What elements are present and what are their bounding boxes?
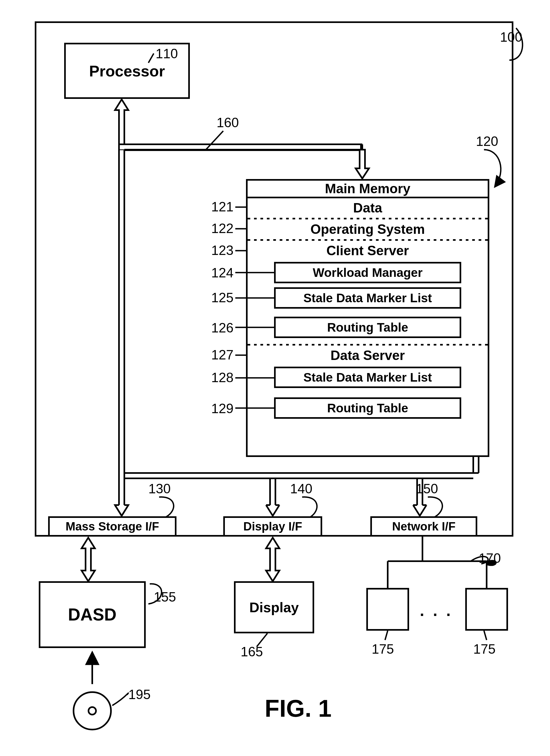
data-server-label: Data Server [331,348,405,363]
display-block: Display [234,581,314,633]
dasd-label: DASD [68,605,116,625]
ref-170: 170 [479,550,501,566]
stale-list-2-label: Stale Data Marker List [304,370,432,385]
ref-130: 130 [148,481,170,497]
client-server-header: Client Server [247,241,488,260]
stale-list-1-block: Stale Data Marker List [274,287,461,309]
node-a-block [366,588,409,631]
ref-140: 140 [290,481,312,497]
display-if-block: Display I/F [223,516,322,537]
ref-150: 150 [416,481,438,497]
routing-table-1-block: Routing Table [274,317,461,338]
stale-list-1-label: Stale Data Marker List [304,291,432,305]
client-server-label: Client Server [327,243,409,258]
routing-table-1-label: Routing Table [327,320,408,335]
ref-175b: 175 [473,641,495,657]
workload-manager-block: Workload Manager [274,262,461,283]
ref-125: 125 [211,290,233,305]
ref-123: 123 [211,243,233,258]
svg-line-37 [484,631,487,640]
os-row: Operating System [247,220,488,239]
data-server-header: Data Server [247,346,488,365]
network-if-label: Network I/F [392,520,455,533]
ref-100: 100 [500,29,522,45]
data-label: Data [353,200,382,216]
dasd-block: DASD [39,581,146,648]
svg-point-40 [88,707,96,715]
ref-160: 160 [216,115,239,130]
main-memory-title-row: Main Memory [246,179,489,198]
ref-195: 195 [128,687,150,702]
ref-122: 122 [211,221,233,236]
ref-121: 121 [211,199,233,215]
ref-175a: 175 [372,641,394,657]
ref-165: 165 [240,644,263,660]
mass-storage-if-block: Mass Storage I/F [48,516,176,537]
routing-table-2-block: Routing Table [274,397,461,419]
ref-110: 110 [156,46,178,61]
figure-caption: FIG. 1 [265,695,332,722]
mass-storage-if-label: Mass Storage I/F [65,520,159,533]
svg-point-39 [73,692,111,730]
ellipsis-label: . . . [420,601,453,620]
network-if-block: Network I/F [370,516,477,537]
node-b-block [465,588,508,631]
data-row: Data [247,198,488,218]
processor-label: Processor [89,62,165,80]
ref-128: 128 [211,370,233,385]
workload-manager-label: Workload Manager [313,265,423,280]
ref-155: 155 [154,589,176,605]
ref-127: 127 [211,347,233,363]
main-memory-label: Main Memory [325,181,411,196]
ref-126: 126 [211,320,233,336]
ref-120: 120 [476,134,498,149]
os-label: Operating System [311,222,425,237]
ref-129: 129 [211,401,233,416]
display-if-label: Display I/F [243,520,302,533]
svg-line-36 [385,631,388,640]
routing-table-2-label: Routing Table [327,401,408,415]
ref-124: 124 [211,265,233,281]
display-label: Display [249,599,299,615]
stale-list-2-block: Stale Data Marker List [274,367,461,388]
